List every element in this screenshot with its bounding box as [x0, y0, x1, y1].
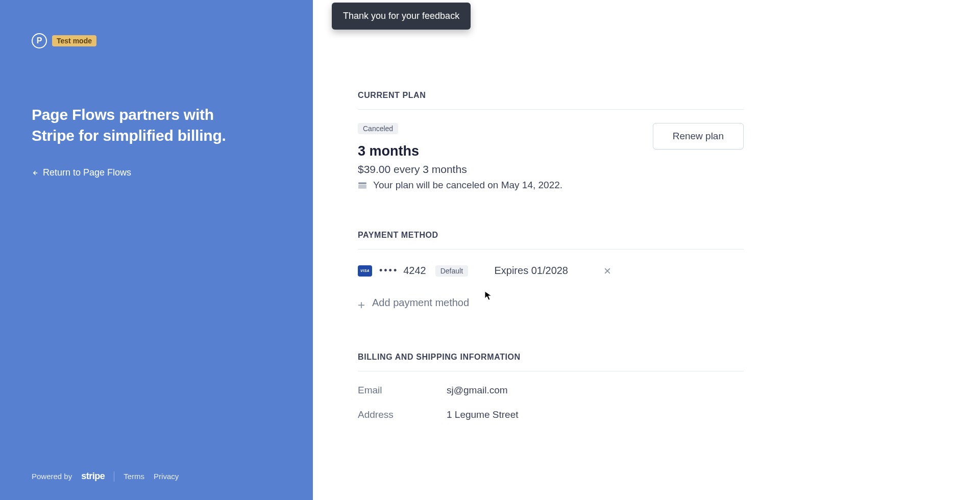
- plan-name: 3 months: [358, 143, 562, 159]
- billing-title: BILLING AND SHIPPING INFORMATION: [358, 353, 744, 362]
- card-expires: Expires 01/2028: [494, 265, 568, 277]
- add-payment-method-button[interactable]: Add payment method: [358, 297, 469, 309]
- card-last4: 4242: [403, 265, 426, 277]
- divider: [358, 249, 744, 249]
- billing-email-label: Email: [358, 385, 447, 396]
- plus-icon: [358, 299, 365, 307]
- payment-method-section: PAYMENT METHOD VISA •••• 4242 Default Ex…: [358, 231, 744, 311]
- remove-card-button[interactable]: [604, 267, 611, 274]
- headline-line-2: Stripe for simplified billing.: [32, 126, 281, 146]
- left-footer: Powered by stripe Terms Privacy: [32, 471, 179, 482]
- brand-row: P Test mode: [32, 33, 281, 48]
- footer-divider: [114, 471, 114, 482]
- billing-section: BILLING AND SHIPPING INFORMATION Email s…: [358, 353, 744, 420]
- current-plan-section: CURRENT PLAN Canceled 3 months $39.00 ev…: [358, 91, 744, 191]
- headline-line-1: Page Flows partners with: [32, 105, 281, 126]
- visa-icon: VISA: [358, 265, 372, 277]
- plan-cancel-text: Your plan will be canceled on May 14, 20…: [373, 180, 562, 191]
- plan-price: $39.00 every 3 months: [358, 163, 562, 176]
- current-plan-title: CURRENT PLAN: [358, 91, 744, 100]
- stripe-logo: stripe: [81, 471, 105, 482]
- billing-email-row: Email sj@gmail.com: [358, 385, 744, 396]
- left-panel: P Test mode Page Flows partners with Str…: [0, 0, 313, 500]
- feedback-toast: Thank you for your feedback: [332, 3, 471, 30]
- add-payment-method-label: Add payment method: [372, 297, 469, 309]
- svg-rect-0: [358, 182, 366, 184]
- card-masked-dots: ••••: [379, 265, 398, 276]
- brand-logo: P: [32, 33, 47, 48]
- svg-rect-1: [358, 185, 366, 189]
- renew-plan-button[interactable]: Renew plan: [653, 123, 744, 149]
- return-link-label: Return to Page Flows: [43, 167, 131, 178]
- default-badge: Default: [435, 265, 468, 277]
- calendar-icon: [358, 181, 367, 190]
- divider: [358, 371, 744, 371]
- return-link[interactable]: Return to Page Flows: [32, 167, 131, 178]
- right-panel: CURRENT PLAN Canceled 3 months $39.00 ev…: [313, 0, 980, 500]
- billing-address-row: Address 1 Legume Street: [358, 409, 744, 420]
- plan-row: Canceled 3 months $39.00 every 3 months …: [358, 123, 744, 191]
- plan-cancel-notice: Your plan will be canceled on May 14, 20…: [358, 180, 562, 191]
- payment-method-row: VISA •••• 4242 Default Expires 01/2028: [358, 265, 744, 277]
- plan-status-badge: Canceled: [358, 123, 398, 134]
- privacy-link[interactable]: Privacy: [154, 472, 179, 481]
- headline: Page Flows partners with Stripe for simp…: [32, 105, 281, 146]
- terms-link[interactable]: Terms: [124, 472, 144, 481]
- arrow-left-icon: [32, 170, 38, 176]
- billing-email-value: sj@gmail.com: [447, 385, 508, 396]
- app-root: P Test mode Page Flows partners with Str…: [0, 0, 980, 500]
- billing-address-value: 1 Legume Street: [447, 409, 518, 420]
- plan-info: Canceled 3 months $39.00 every 3 months …: [358, 123, 562, 191]
- billing-address-label: Address: [358, 409, 447, 420]
- powered-by-label: Powered by: [32, 472, 72, 481]
- divider: [358, 109, 744, 110]
- payment-method-title: PAYMENT METHOD: [358, 231, 744, 240]
- test-mode-badge: Test mode: [52, 35, 96, 46]
